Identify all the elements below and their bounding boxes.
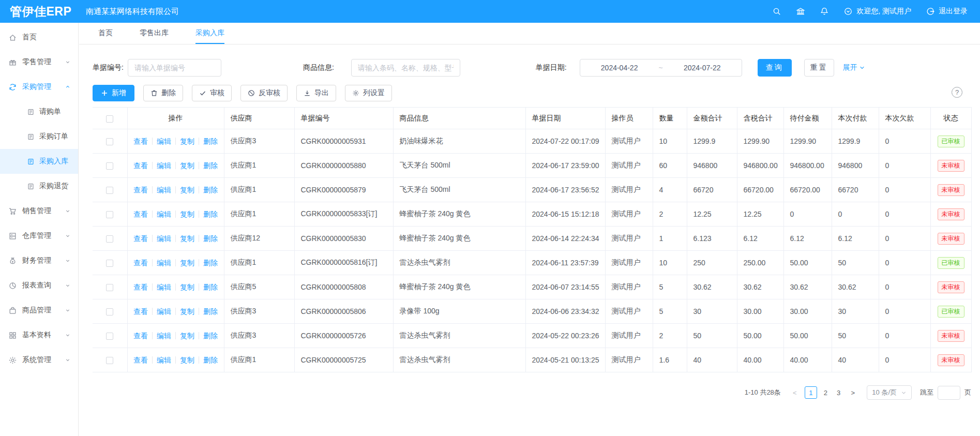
search-button[interactable]: 查询 <box>758 59 792 77</box>
edit-link[interactable]: 编辑 <box>152 283 175 291</box>
delete-link[interactable]: 删除 <box>199 356 222 364</box>
sidebar-item-finance-mgmt[interactable]: 财务管理 <box>0 248 78 273</box>
view-link[interactable]: 查看 <box>129 332 152 339</box>
view-link[interactable]: 查看 <box>129 356 152 364</box>
page-button-1[interactable]: 1 <box>805 386 817 399</box>
delete-link[interactable]: 删除 <box>199 259 222 266</box>
date-to-value[interactable]: 2024-07-22 <box>684 64 721 72</box>
tab-home[interactable]: 首页 <box>98 23 113 44</box>
copy-link[interactable]: 复制 <box>175 259 199 266</box>
delete-link[interactable]: 删除 <box>199 332 222 339</box>
delete-link[interactable]: 删除 <box>199 235 222 242</box>
edit-link[interactable]: 编辑 <box>152 308 175 315</box>
edit-link[interactable]: 编辑 <box>152 138 175 145</box>
help-icon[interactable]: ? <box>952 87 962 98</box>
row-checkbox[interactable] <box>106 284 113 291</box>
view-link[interactable]: 查看 <box>129 138 152 145</box>
paid-cell: 946800 <box>832 154 879 178</box>
copy-link[interactable]: 复制 <box>175 186 199 193</box>
column-header-8: 金额合计 <box>687 108 737 129</box>
row-checkbox[interactable] <box>106 357 113 364</box>
delete-link[interactable]: 删除 <box>199 308 222 315</box>
date-from-value[interactable]: 2024-04-22 <box>601 64 638 72</box>
row-checkbox[interactable] <box>106 260 113 267</box>
view-link[interactable]: 查看 <box>129 235 152 242</box>
delete-link[interactable]: 删除 <box>199 283 222 291</box>
edit-link[interactable]: 编辑 <box>152 235 175 242</box>
prev-page-button[interactable]: < <box>789 389 801 397</box>
row-checkbox[interactable] <box>106 211 113 218</box>
sidebar-item-system-mgmt[interactable]: 系统管理 <box>0 348 78 372</box>
sidebar-item-purchase-mgmt[interactable]: 采购管理 <box>0 74 78 99</box>
bell-icon[interactable] <box>820 7 829 16</box>
user-menu[interactable]: 欢迎您, 测试用户 <box>843 7 911 16</box>
sidebar-item-goods-mgmt[interactable]: 商品管理 <box>0 298 78 323</box>
row-checkbox[interactable] <box>106 138 113 145</box>
copy-link[interactable]: 复制 <box>175 211 199 218</box>
reset-button[interactable]: 重置 <box>804 59 834 77</box>
sidebar-item-purchase-order[interactable]: 采购订单 <box>0 124 78 149</box>
copy-link[interactable]: 复制 <box>175 283 199 291</box>
copy-link[interactable]: 复制 <box>175 138 199 145</box>
row-checkbox[interactable] <box>106 162 113 170</box>
tab-retail-outbound[interactable]: 零售出库 <box>140 23 169 44</box>
paid-cell: 40 <box>832 348 879 372</box>
page-button-2[interactable]: 2 <box>821 389 830 397</box>
payable-cell: 0 <box>783 202 832 227</box>
view-link[interactable]: 查看 <box>129 308 152 315</box>
expand-toggle[interactable]: 展开 <box>843 63 865 72</box>
edit-link[interactable]: 编辑 <box>152 356 175 364</box>
sidebar-item-purchase-return[interactable]: 采购退货 <box>0 174 78 199</box>
date-range-picker[interactable]: 2024-04-22 ~ 2024-07-22 <box>580 59 742 77</box>
view-link[interactable]: 查看 <box>129 259 152 266</box>
copy-link[interactable]: 复制 <box>175 162 199 169</box>
bank-icon[interactable] <box>796 7 805 16</box>
view-link[interactable]: 查看 <box>129 162 152 169</box>
edit-link[interactable]: 编辑 <box>152 332 175 339</box>
edit-link[interactable]: 编辑 <box>152 186 175 193</box>
copy-link[interactable]: 复制 <box>175 235 199 242</box>
row-checkbox[interactable] <box>106 235 113 243</box>
row-checkbox[interactable] <box>106 333 113 340</box>
sidebar-item-retail-mgmt[interactable]: 零售管理 <box>0 50 78 74</box>
search-icon[interactable] <box>772 7 781 16</box>
jump-page-input[interactable] <box>938 386 960 400</box>
logout-button[interactable]: 退出登录 <box>926 7 968 16</box>
page-size-select[interactable]: 10 条/页 <box>867 385 912 400</box>
sidebar-item-home[interactable]: 首页 <box>0 25 78 50</box>
sidebar-item-report-query[interactable]: 报表查询 <box>0 273 78 298</box>
copy-link[interactable]: 复制 <box>175 308 199 315</box>
copy-link[interactable]: 复制 <box>175 332 199 339</box>
next-page-button[interactable]: > <box>847 389 858 397</box>
bill-no-input[interactable] <box>128 59 221 77</box>
page-button-3[interactable]: 3 <box>834 389 843 397</box>
delete-link[interactable]: 删除 <box>199 162 222 169</box>
select-all-checkbox[interactable] <box>106 115 113 123</box>
tab-purchase-inbound[interactable]: 采购入库 <box>195 23 224 44</box>
edit-link[interactable]: 编辑 <box>152 211 175 218</box>
view-link[interactable]: 查看 <box>129 283 152 291</box>
add-button[interactable]: 新增 <box>93 85 134 101</box>
sidebar-item-warehouse-mgmt[interactable]: 仓库管理 <box>0 223 78 248</box>
delete-link[interactable]: 删除 <box>199 211 222 218</box>
approve-button[interactable]: 审核 <box>192 85 232 101</box>
copy-link[interactable]: 复制 <box>175 356 199 364</box>
sidebar-item-purchase-request[interactable]: 请购单 <box>0 99 78 124</box>
sidebar-item-sales-mgmt[interactable]: 销售管理 <box>0 199 78 223</box>
delete-link[interactable]: 删除 <box>199 186 222 193</box>
sidebar-item-base-data[interactable]: 基本资料 <box>0 323 78 348</box>
export-button[interactable]: 导出 <box>296 85 336 101</box>
edit-link[interactable]: 编辑 <box>152 259 175 266</box>
row-checkbox[interactable] <box>106 187 113 194</box>
view-link[interactable]: 查看 <box>129 211 152 218</box>
edit-link[interactable]: 编辑 <box>152 162 175 169</box>
chevron-down-icon <box>859 65 865 71</box>
delete-button[interactable]: 删除 <box>143 85 183 101</box>
sidebar-item-purchase-inbound[interactable]: 采购入库 <box>0 149 78 174</box>
delete-link[interactable]: 删除 <box>199 138 222 145</box>
row-checkbox[interactable] <box>106 308 113 315</box>
unapprove-button[interactable]: 反审核 <box>240 85 288 101</box>
view-link[interactable]: 查看 <box>129 186 152 193</box>
product-info-input[interactable] <box>351 59 460 77</box>
column-settings-button[interactable]: 列设置 <box>345 85 392 101</box>
